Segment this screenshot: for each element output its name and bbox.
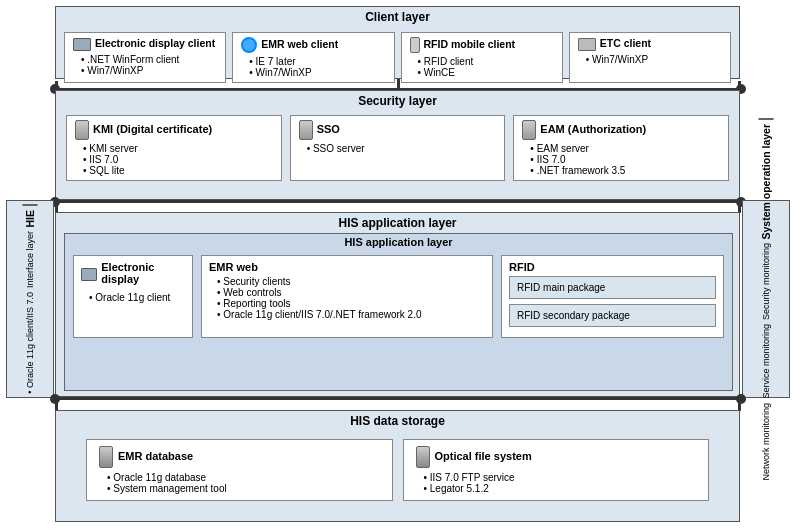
rfid-main-package-label: RFID main package [517, 282, 605, 293]
hie-content: HIE Interface layer • Oracle 11g client/… [7, 201, 53, 397]
his-app-inner-layer: HIS application layer Electronic display… [64, 233, 733, 391]
sys-bullet2: Service monitoring [761, 324, 771, 399]
his-data-items: EMR database Oracle 11g database System … [56, 434, 739, 506]
his-data-layer-title: HIS data storage [56, 411, 739, 430]
server-icon [522, 120, 536, 140]
kmi-bullets: KMI server IIS 7.0 SQL lite [75, 143, 273, 176]
eam-title: EAM (Authorization) [540, 123, 646, 135]
sso-title: SSO [317, 123, 340, 135]
optical-file-system-bullets: IIS 7.0 FTP service Legator 5.1.2 [416, 472, 697, 494]
emr-web-client-bullets: IE 7 later Win7/WinXP [241, 56, 385, 78]
electronic-display-client: Electronic display client .NET WinForm c… [64, 32, 226, 83]
bullet-item: Web controls [217, 287, 485, 298]
sso-item: SSO SSO server [290, 115, 506, 181]
server-icon-hie [22, 204, 38, 206]
server-icon-ofs [416, 446, 430, 468]
his-app-inner-title: HIS application layer [65, 234, 732, 250]
sys-bullet3: Network monitoring [761, 403, 771, 481]
eam-bullets: EAM server IIS 7.0 .NET framework 3.5 [522, 143, 720, 176]
sys-title: System operation layer [760, 124, 772, 240]
bullet-item: RFID client [418, 56, 554, 67]
bullet-item: Oracle 11g client [89, 292, 185, 303]
system-operation-layer: System operation layer Security monitori… [742, 200, 790, 398]
architecture-diagram: Client layer Electronic display client .… [0, 0, 798, 529]
emr-database: EMR database Oracle 11g database System … [86, 439, 393, 501]
hie-bullets: • Oracle 11g client/IIS 7.0 [25, 292, 35, 394]
bullet-item: IIS 7.0 [83, 154, 273, 165]
emr-web-client-title: EMR web client [261, 38, 338, 50]
electronic-display-app: Electronic display Oracle 11g client [73, 255, 193, 338]
hie-label: Interface layer [25, 231, 35, 288]
bullet-item: IIS 7.0 [530, 154, 720, 165]
bullet-item: Oracle 11g database [107, 472, 380, 483]
bullet-item: Oracle 11g client/IIS 7.0/.NET framework… [217, 309, 485, 320]
rfid-mobile-client: RFID mobile client RFID client WinCE [401, 32, 563, 83]
bullet-item: IIS 7.0 FTP service [424, 472, 697, 483]
bullet-item: .NET framework 3.5 [530, 165, 720, 176]
etc-client-bullets: Win7/WinXP [578, 54, 722, 65]
kmi-title: KMI (Digital certificate) [93, 123, 212, 135]
eam-item: EAM (Authorization) EAM server IIS 7.0 .… [513, 115, 729, 181]
rfid-app: RFID RFID main package RFID secondary pa… [501, 255, 724, 338]
bullet-item: IE 7 later [249, 56, 385, 67]
server-icon [299, 120, 313, 140]
rfid-secondary-package-box: RFID secondary package [509, 304, 716, 327]
bullet-item: SSO server [307, 143, 497, 154]
emr-database-title: EMR database [118, 450, 193, 462]
bullet-item: System management tool [107, 483, 380, 494]
emr-web-app-title: EMR web [209, 261, 485, 273]
browser-icon [241, 37, 257, 53]
optical-file-system: Optical file system IIS 7.0 FTP service … [403, 439, 710, 501]
emr-database-bullets: Oracle 11g database System management to… [99, 472, 380, 494]
connector-h2 [55, 200, 740, 203]
bullet-item: Security clients [217, 276, 485, 287]
server-icon-db [99, 446, 113, 468]
bullet-item: Win7/WinXP [81, 65, 217, 76]
bullet-item: Reporting tools [217, 298, 485, 309]
his-app-layer: HIS application layer HIS application la… [55, 212, 740, 397]
etc-client: ETC client Win7/WinXP [569, 32, 731, 83]
dot-right3 [736, 394, 746, 404]
bullet-item: Win7/WinXP [586, 54, 722, 65]
security-items-row: KMI (Digital certificate) KMI server IIS… [56, 112, 739, 184]
security-layer: Security layer KMI (Digital certificate)… [55, 90, 740, 200]
bullet-item: Win7/WinXP [249, 67, 385, 78]
sys-content: System operation layer Security monitori… [743, 201, 789, 397]
rfid-mobile-client-title: RFID mobile client [424, 38, 516, 50]
bullet-item: WinCE [418, 67, 554, 78]
electronic-display-app-title: Electronic display [101, 261, 185, 285]
server-icon [75, 120, 89, 140]
computer-icon [578, 38, 596, 51]
bullet-item: KMI server [83, 143, 273, 154]
client-layer: Client layer Electronic display client .… [55, 6, 740, 79]
emr-web-app: EMR web Security clients Web controls Re… [201, 255, 493, 338]
server-icon-sys [758, 118, 774, 120]
etc-client-title: ETC client [600, 37, 651, 49]
sys-bullet1: Security monitoring [761, 243, 771, 320]
his-app-items: Electronic display Oracle 11g client EMR… [65, 252, 732, 341]
electronic-display-client-title: Electronic display client [95, 37, 215, 49]
rfid-main-package-box: RFID main package [509, 276, 716, 299]
bullet-item: SQL lite [83, 165, 273, 176]
rfid-app-title: RFID [509, 261, 716, 273]
emr-web-client: EMR web client IE 7 later Win7/WinXP [232, 32, 394, 83]
rfid-mobile-client-bullets: RFID client WinCE [410, 56, 554, 78]
bullet-item: Legator 5.1.2 [424, 483, 697, 494]
electronic-display-client-bullets: .NET WinForm client Win7/WinXP [73, 54, 217, 76]
his-app-layer-title: HIS application layer [56, 213, 739, 232]
emr-web-app-bullets: Security clients Web controls Reporting … [209, 276, 485, 320]
mobile-icon [410, 37, 420, 53]
hie-title: HIE [24, 210, 36, 228]
optical-file-system-title: Optical file system [435, 450, 532, 462]
bullet-item: .NET WinForm client [81, 54, 217, 65]
electronic-display-app-bullets: Oracle 11g client [81, 292, 185, 303]
dot-left3 [50, 394, 60, 404]
security-layer-title: Security layer [56, 91, 739, 110]
his-data-layer: HIS data storage EMR database Oracle 11g… [55, 410, 740, 522]
hie-layer: HIE Interface layer • Oracle 11g client/… [6, 200, 54, 398]
sso-bullets: SSO server [299, 143, 497, 154]
client-layer-title: Client layer [56, 7, 739, 26]
bullet-item: EAM server [530, 143, 720, 154]
rfid-secondary-package-label: RFID secondary package [517, 310, 630, 321]
connector-h3 [55, 397, 740, 400]
